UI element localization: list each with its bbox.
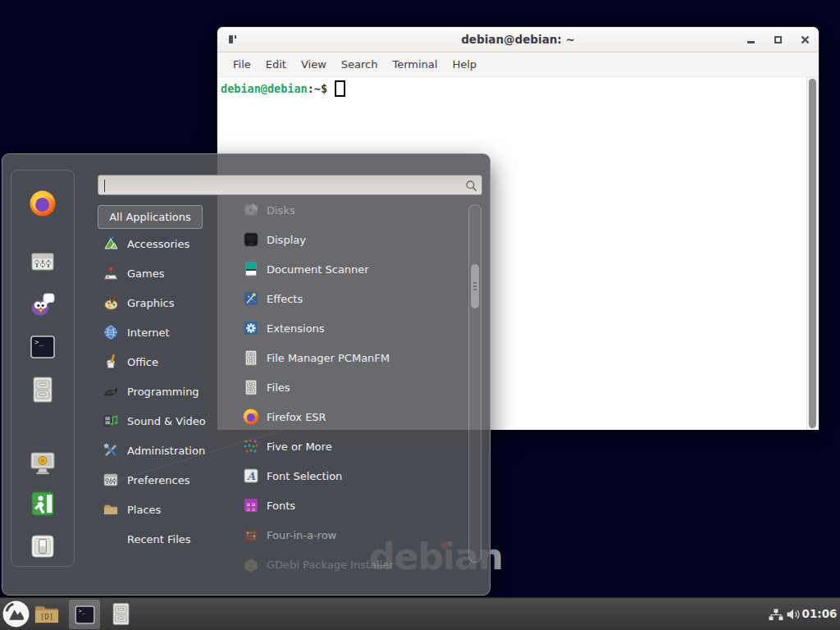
thumb-grip: [473, 285, 477, 287]
app-item-display[interactable]: Display: [231, 225, 465, 254]
dock-lock-screen-button[interactable]: [27, 447, 58, 478]
terminal-titlebar[interactable]: debian@debian: ~: [217, 27, 819, 52]
dock-settings-button[interactable]: [27, 246, 58, 277]
log-out-icon: [28, 489, 57, 518]
administration-tools-icon: [103, 442, 119, 459]
app-item-document-scanner[interactable]: Document Scanner: [231, 254, 465, 284]
desktop-folder-button[interactable]: [D]: [34, 603, 60, 626]
app-item-gdebi-package-installer[interactable]: GDebi Package Installer: [231, 550, 465, 579]
dock-file-manager-button[interactable]: [27, 374, 58, 405]
menu-file[interactable]: File: [226, 58, 258, 71]
firefox-icon: [242, 408, 260, 426]
terminal-scrollbar[interactable]: [806, 77, 819, 430]
four-in-a-row-icon: [242, 526, 260, 544]
sound-video-icon: [103, 413, 119, 429]
menu-view[interactable]: View: [294, 58, 334, 71]
minimize-icon: [747, 41, 755, 43]
app-item-firefox-esr[interactable]: Firefox ESR: [231, 402, 465, 431]
scrollbar-thumb[interactable]: [809, 79, 816, 428]
file-cabinet-icon: [28, 375, 57, 404]
shut-down-icon: [28, 532, 57, 561]
category-internet[interactable]: Internet: [98, 317, 219, 347]
dock-shut-down-button[interactable]: [27, 531, 58, 562]
favorites-dock: >_: [11, 170, 75, 567]
programming-icon: [103, 383, 119, 399]
thumb-grip: [473, 282, 477, 284]
category-preferences[interactable]: Preferences: [98, 465, 219, 495]
close-button[interactable]: [799, 34, 810, 45]
svg-text:a a: a a: [247, 506, 256, 513]
preferences-icon: [103, 472, 119, 488]
display-icon: [242, 231, 260, 249]
text-caret: [104, 180, 105, 192]
category-places[interactable]: Places: [98, 495, 219, 524]
category-sound-video[interactable]: Sound & Video: [98, 406, 219, 436]
menu-edit[interactable]: Edit: [258, 58, 294, 71]
desktop: debian debian@debian: ~ File Edit View S…: [0, 0, 840, 630]
scrollbar-thumb[interactable]: [471, 264, 479, 308]
shell-prompt: debian@debian:~$: [221, 80, 345, 97]
volume-tray-icon[interactable]: [786, 608, 801, 621]
maximize-button[interactable]: [772, 34, 783, 45]
app-item-file-manager-pcmanfm[interactable]: File Manager PCManFM: [231, 343, 465, 372]
app-item-files[interactable]: Files: [231, 372, 465, 402]
prompt-user-host: debian@debian: [221, 82, 308, 95]
category-administration[interactable]: Administration: [98, 436, 219, 465]
app-item-four-in-a-row[interactable]: Four-in-a-row: [231, 520, 465, 550]
menu-search[interactable]: Search: [334, 58, 386, 71]
app-item-disks[interactable]: Disks: [231, 195, 465, 225]
menu-help[interactable]: Help: [445, 58, 484, 71]
category-recent-files[interactable]: Recent Files: [98, 524, 219, 554]
all-applications-button[interactable]: All Applications: [98, 205, 203, 229]
category-programming[interactable]: Programming: [98, 377, 219, 406]
document-scanner-icon: [242, 260, 260, 278]
minimize-button[interactable]: [745, 34, 756, 45]
terminal-icon: >_: [28, 332, 57, 362]
dock-firefox-button[interactable]: [27, 188, 58, 219]
fonts-icon: a a a a: [242, 496, 260, 514]
file-cabinet-icon: [242, 378, 260, 396]
places-folder-icon: [103, 501, 119, 518]
category-office[interactable]: Office: [98, 347, 219, 377]
category-accessories[interactable]: Accessories: [98, 229, 219, 258]
svg-text:>_: >_: [34, 338, 43, 346]
window-title: debian@debian: ~: [217, 27, 819, 52]
menu-logo-icon: [2, 600, 30, 628]
firefox-icon: [28, 189, 57, 218]
network-tray-icon[interactable]: [769, 609, 783, 621]
font-selection-icon: A: [242, 467, 260, 485]
five-or-more-icon: [242, 437, 260, 455]
thumb-grip: [473, 289, 477, 290]
all-applications-label: All Applications: [109, 211, 191, 223]
taskbar-file-manager-button[interactable]: [108, 601, 134, 627]
app-item-extensions[interactable]: Extensions: [231, 313, 465, 343]
search-field[interactable]: [98, 175, 482, 195]
dock-pidgin-button[interactable]: [27, 289, 58, 320]
applications-menu-button[interactable]: [2, 600, 30, 628]
settings-sliders-icon: [28, 247, 57, 276]
games-icon: [103, 265, 119, 281]
svg-text:[D]: [D]: [40, 613, 53, 621]
app-item-effects[interactable]: Effects: [231, 284, 465, 313]
clock[interactable]: 01:06: [801, 598, 838, 630]
effects-icon: [242, 290, 260, 308]
app-list-scrollbar[interactable]: [468, 204, 482, 563]
dock-log-out-button[interactable]: [27, 488, 58, 519]
desktop-folder-icon: [D]: [34, 603, 60, 626]
dock-terminal-button[interactable]: >_: [27, 331, 58, 363]
graphics-icon: [103, 294, 119, 311]
disks-icon: [242, 201, 260, 219]
taskbar-terminal-button[interactable]: >_: [69, 600, 100, 629]
search-icon: [465, 180, 477, 192]
internet-globe-icon: [103, 324, 119, 340]
category-graphics[interactable]: Graphics: [98, 288, 219, 317]
svg-text:A: A: [246, 470, 256, 482]
terminal-menubar: File Edit View Search Terminal Help: [217, 52, 819, 77]
category-games[interactable]: Games: [98, 258, 219, 288]
app-item-five-or-more[interactable]: Five or More: [231, 431, 465, 461]
app-item-font-selection[interactable]: A Font Selection: [231, 461, 465, 491]
search-input[interactable]: [105, 178, 450, 193]
menu-terminal[interactable]: Terminal: [385, 58, 445, 71]
screensaver-lock-icon: [28, 448, 57, 477]
app-item-fonts[interactable]: a a a a Fonts: [231, 491, 465, 520]
